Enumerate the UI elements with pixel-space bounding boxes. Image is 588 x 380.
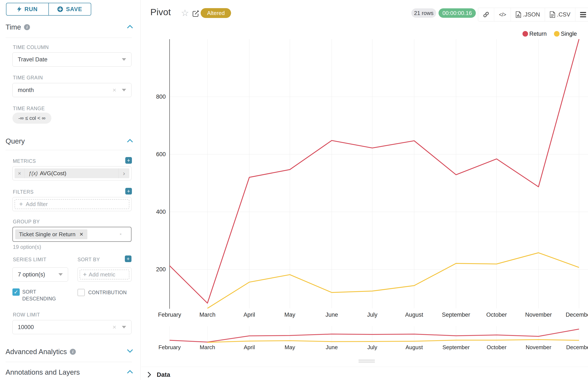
chevron-down-icon [122, 58, 126, 61]
metric-pill[interactable]: × ƒ(x) AVG(Cost) › [15, 168, 129, 178]
series-limit-value: 7 option(s) [18, 271, 45, 278]
line-chart[interactable]: 200400600800FebruaryFebruaryMarchMarchAp… [141, 0, 588, 380]
metrics-label: METRICS + [13, 158, 132, 164]
add-filter-button[interactable]: + [125, 188, 132, 194]
x-tick-label: October [486, 312, 507, 318]
mini-x-tick-label: April [244, 344, 255, 350]
sort-by-label: SORT BY + [78, 257, 131, 262]
query-section-header[interactable]: Query [6, 136, 132, 146]
mini-x-tick-label: July [367, 344, 377, 350]
group-by-label: GROUP BY [13, 219, 40, 225]
add-filter-placeholder: Add filter [26, 201, 48, 208]
time-section-header[interactable]: Time i [6, 22, 132, 32]
y-tick-label: 800 [156, 94, 166, 100]
mini-x-tick-label: May [284, 344, 295, 350]
group-by-select[interactable]: Ticket Single or Return ✕ × [12, 227, 131, 242]
remove-metric-icon[interactable]: × [15, 168, 25, 178]
plus-icon: + [19, 201, 23, 208]
contribution-label: CONTRIBUTION [88, 289, 127, 296]
plus-circle-icon [57, 6, 63, 12]
mini-x-tick-label: March [200, 344, 215, 350]
expand-metric-icon[interactable]: › [118, 168, 129, 178]
y-tick-label: 200 [156, 266, 166, 273]
panel-divider [141, 0, 141, 380]
time-range-label: TIME RANGE [13, 106, 45, 111]
annotations-header[interactable]: Annotations and Layers [6, 367, 132, 378]
control-sidebar: RUN SAVE Time i TIME COLUMN Travel Date [0, 0, 141, 380]
mini-x-tick-label: June [326, 344, 338, 350]
group-by-tag[interactable]: Ticket Single or Return ✕ [15, 229, 87, 239]
sort-descending-label: SORT DESCENDING [22, 288, 54, 302]
data-panel-toggle[interactable]: Data [147, 369, 170, 380]
filters-label: FILTERS + [13, 189, 132, 195]
x-tick-label: June [325, 312, 338, 318]
add-filter-dropzone[interactable]: + Add filter [15, 199, 129, 209]
info-icon: i [24, 24, 30, 30]
chevron-down-icon [122, 326, 126, 328]
run-button[interactable]: RUN [6, 3, 48, 15]
save-button[interactable]: SAVE [48, 3, 91, 15]
remove-tag-icon[interactable]: ✕ [79, 231, 83, 237]
query-section-title: Query [6, 137, 25, 145]
divider [141, 367, 588, 367]
chevron-right-icon [147, 371, 151, 378]
group-by-hint: 19 option(s) [13, 244, 41, 250]
single-line[interactable] [207, 253, 579, 308]
clear-icon[interactable]: × [112, 87, 116, 93]
run-button-label: RUN [24, 6, 38, 13]
save-button-label: SAVE [66, 6, 82, 13]
x-tick-label: April [243, 312, 255, 318]
time-section-title: Time [6, 23, 21, 31]
chevron-up-icon[interactable] [127, 25, 132, 30]
contribution-control[interactable]: CONTRIBUTION [78, 289, 127, 296]
time-range-value: -∞ ≤ col < ∞ [19, 115, 46, 121]
sort-descending-checkbox[interactable]: ✓ [12, 288, 20, 296]
mini-x-tick-label: August [406, 344, 423, 350]
group-by-tag-label: Ticket Single or Return [19, 231, 75, 238]
advanced-analytics-title: Advanced Analytics [6, 348, 67, 356]
info-icon: i [70, 349, 76, 355]
sort-descending-control[interactable]: ✓ SORT DESCENDING [12, 288, 57, 302]
chevron-down-icon [59, 273, 63, 276]
x-tick-label: February [158, 312, 181, 318]
bolt-icon [17, 6, 21, 12]
run-save-toolbar: RUN SAVE [6, 3, 91, 16]
brush-drag-handle[interactable] [358, 360, 375, 363]
x-tick-label: September [442, 312, 470, 318]
sort-by-box: + Add metric [78, 267, 131, 282]
chevron-up-icon[interactable] [127, 139, 132, 144]
time-grain-label: TIME GRAIN [13, 75, 43, 80]
time-grain-select[interactable]: month × [12, 83, 131, 97]
metric-name: AVG(Cost) [40, 170, 66, 177]
x-tick-label: November [525, 312, 552, 318]
x-tick-label: March [199, 312, 215, 318]
mini-x-tick-label: November [526, 344, 551, 350]
clear-icon[interactable]: × [112, 324, 116, 330]
filters-box: + Add filter [12, 197, 131, 211]
time-column-select[interactable]: Travel Date [12, 52, 131, 67]
add-sort-metric-button[interactable]: + [125, 255, 131, 262]
advanced-analytics-header[interactable]: Advanced Analytics i [6, 347, 132, 357]
metrics-box: × ƒ(x) AVG(Cost) › [12, 166, 131, 180]
x-tick-label: May [284, 312, 296, 318]
chevron-up-icon[interactable] [127, 370, 132, 375]
series-limit-select[interactable]: 7 option(s) [12, 267, 68, 282]
annotations-title: Annotations and Layers [6, 368, 80, 376]
mini-x-tick-label: September [442, 344, 470, 350]
row-limit-label: ROW LIMIT [13, 312, 40, 318]
return-line[interactable] [170, 39, 579, 303]
chevron-down-icon[interactable] [127, 349, 132, 354]
clear-icon[interactable]: × [120, 232, 122, 236]
fx-icon: ƒ(x) [28, 170, 38, 176]
mini-x-tick-label: February [159, 344, 181, 350]
time-range-pill[interactable]: -∞ ≤ col < ∞ [12, 113, 51, 124]
contribution-checkbox[interactable] [78, 289, 85, 296]
add-sort-metric-dropzone[interactable]: + Add metric [80, 270, 129, 279]
divider [6, 362, 132, 362]
row-limit-select[interactable]: 10000 × [12, 320, 131, 334]
mini-single-line[interactable] [207, 340, 579, 342]
mini-x-tick-label: October [487, 344, 507, 350]
y-tick-label: 400 [156, 209, 166, 215]
sort-by-placeholder: Add metric [89, 271, 115, 278]
add-metric-button[interactable]: + [125, 157, 132, 164]
